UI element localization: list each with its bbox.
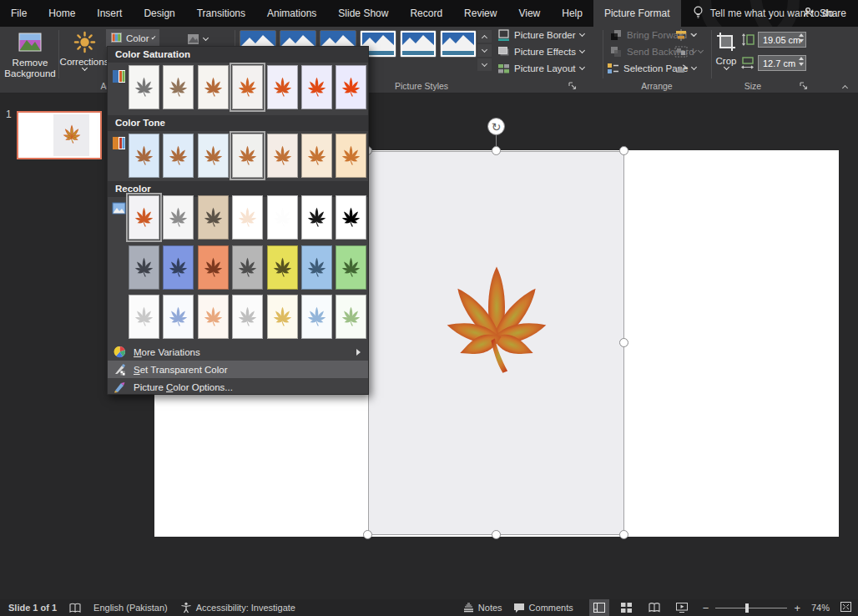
color-swatch[interactable] (198, 295, 229, 339)
tab-review[interactable]: Review (453, 0, 507, 27)
picture-effects-button[interactable]: Picture Effects (497, 46, 584, 58)
color-swatch[interactable] (301, 134, 332, 178)
tab-home[interactable]: Home (38, 0, 86, 27)
height-stepper[interactable] (799, 33, 804, 43)
color-swatch[interactable] (163, 134, 194, 178)
corrections-button[interactable]: Corrections (63, 31, 105, 70)
color-swatch[interactable] (198, 245, 229, 290)
rotate-button[interactable] (674, 63, 696, 74)
color-swatch[interactable] (267, 245, 298, 290)
tab-picture-format[interactable]: Picture Format (593, 0, 681, 27)
color-swatch[interactable] (129, 195, 159, 240)
color-swatch[interactable] (163, 295, 194, 339)
resize-handle-bottom-left[interactable] (363, 530, 372, 539)
picture-style-thumbnail[interactable] (400, 30, 437, 58)
zoom-slider[interactable] (715, 608, 787, 608)
color-swatch[interactable] (163, 65, 194, 109)
align-button[interactable] (674, 29, 696, 41)
color-swatch[interactable] (336, 195, 366, 240)
color-swatch[interactable] (129, 245, 159, 290)
color-swatch[interactable] (163, 195, 194, 240)
tab-animations[interactable]: Animations (256, 0, 327, 27)
color-swatch[interactable] (198, 134, 229, 178)
picture-border-button[interactable]: Picture Border (497, 29, 584, 41)
size-dialog-launcher[interactable] (800, 82, 808, 90)
color-swatch[interactable] (198, 65, 229, 109)
gallery-up-button[interactable] (477, 30, 492, 43)
remove-background-button[interactable]: Remove Background (4, 31, 56, 79)
color-swatch[interactable] (267, 134, 298, 178)
color-swatch[interactable] (267, 295, 298, 339)
powerpoint-window: File Home Insert Design Transitions Anim… (0, 0, 858, 616)
color-swatch[interactable] (129, 65, 159, 109)
color-swatch[interactable] (336, 134, 366, 178)
language-indicator[interactable]: English (Pakistan) (93, 603, 168, 613)
tab-transitions[interactable]: Transitions (186, 0, 256, 27)
color-swatch[interactable] (129, 134, 159, 178)
share-button[interactable]: Share (803, 0, 846, 27)
accessibility-status[interactable]: Accessibility: Investigate (180, 602, 295, 613)
spell-check-icon[interactable] (69, 603, 81, 613)
slide-sorter-view-button[interactable] (617, 599, 637, 616)
tab-view[interactable]: View (507, 0, 551, 27)
recolor-icon (112, 201, 126, 215)
color-swatch[interactable] (336, 295, 366, 339)
gallery-more-button[interactable] (477, 58, 492, 71)
color-swatch[interactable] (232, 195, 263, 240)
width-input[interactable]: 12.7 cm (758, 55, 806, 71)
resize-handle-bottom-right[interactable] (619, 530, 628, 539)
zoom-in-button[interactable]: + (794, 602, 800, 614)
crop-button[interactable]: Crop (714, 31, 739, 69)
tab-record[interactable]: Record (399, 0, 453, 27)
color-swatch[interactable] (232, 295, 263, 339)
picture-styles-dialog-launcher[interactable] (568, 82, 577, 90)
tab-help[interactable]: Help (551, 0, 593, 27)
selected-picture[interactable] (368, 151, 624, 535)
color-swatch[interactable] (198, 195, 229, 240)
color-swatch[interactable] (232, 245, 263, 290)
collapse-ribbon-button[interactable] (842, 85, 848, 91)
slide-thumbnail[interactable] (17, 111, 102, 159)
color-swatch[interactable] (301, 295, 332, 339)
color-swatch[interactable] (301, 245, 332, 290)
recolor-swatch-row-3 (129, 295, 371, 339)
resize-handle-bottom-middle[interactable] (492, 530, 501, 539)
set-transparent-color-menu-item[interactable]: Set Transparent Color (108, 361, 368, 378)
fit-slide-button[interactable] (840, 602, 851, 613)
color-swatch[interactable] (163, 245, 194, 290)
gallery-down-button[interactable] (477, 44, 492, 57)
picture-color-options-menu-item[interactable]: Picture Color Options... (108, 378, 368, 396)
picture-style-thumbnail[interactable] (440, 30, 477, 58)
color-swatch[interactable] (232, 134, 263, 178)
width-stepper[interactable] (799, 57, 804, 66)
resize-handle-right-middle[interactable] (619, 338, 628, 347)
color-swatch[interactable] (232, 65, 263, 109)
artistic-effects-button[interactable] (187, 33, 208, 45)
height-input[interactable]: 19.05 cm (758, 32, 806, 48)
color-button[interactable]: Color (106, 29, 159, 47)
slide-show-button[interactable] (672, 599, 692, 616)
notes-button[interactable]: Notes (463, 603, 502, 613)
color-swatch[interactable] (336, 65, 366, 109)
more-variations-menu-item[interactable]: More Variations (108, 343, 368, 361)
color-swatch[interactable] (336, 245, 366, 290)
zoom-out-button[interactable]: − (703, 602, 709, 614)
tab-insert[interactable]: Insert (86, 0, 133, 27)
reading-view-button[interactable] (644, 599, 664, 616)
tab-slide-show[interactable]: Slide Show (327, 0, 399, 27)
color-swatch[interactable] (301, 195, 332, 240)
rotate-handle[interactable]: ↻ (487, 118, 505, 135)
color-swatch[interactable] (301, 65, 332, 109)
color-swatch[interactable] (267, 195, 298, 240)
tab-design[interactable]: Design (133, 0, 185, 27)
resize-handle-top-right[interactable] (619, 146, 628, 155)
normal-view-button[interactable] (589, 599, 609, 616)
color-swatch[interactable] (129, 295, 159, 339)
zoom-slider-thumb[interactable] (745, 603, 749, 613)
tab-file[interactable]: File (0, 0, 38, 27)
zoom-level[interactable]: 74% (811, 603, 830, 613)
comments-button[interactable]: Comments (513, 603, 573, 613)
resize-handle-top-middle[interactable] (492, 146, 501, 155)
color-swatch[interactable] (267, 65, 298, 109)
picture-layout-button[interactable]: Picture Layout (497, 63, 584, 74)
